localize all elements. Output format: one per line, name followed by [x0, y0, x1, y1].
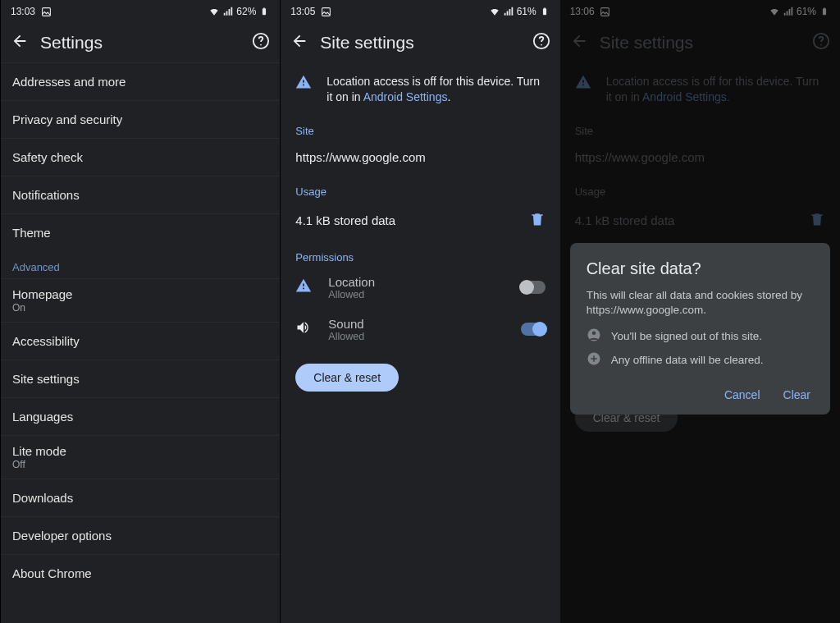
menu-label: Notifications: [12, 188, 268, 202]
menu-label: Privacy and security: [12, 112, 268, 126]
menu-notifications[interactable]: Notifications: [1, 176, 280, 213]
wifi-icon: [208, 6, 220, 17]
menu-label: Languages: [12, 410, 268, 424]
android-settings-link[interactable]: Android Settings: [363, 90, 448, 103]
usage-text: 4.1 kB stored data: [295, 213, 528, 227]
signal-icon: [222, 6, 234, 17]
page-title: Settings: [40, 33, 240, 53]
menu-safety[interactable]: Safety check: [1, 138, 280, 176]
wifi-icon: [489, 6, 500, 17]
perm-sub: Allowed: [328, 289, 504, 300]
svg-point-16: [591, 332, 596, 336]
dialog-bullet-text: You'll be signed out of this site.: [611, 330, 762, 342]
usage-row[interactable]: 4.1 kB stored data: [281, 201, 559, 240]
battery-icon: [258, 6, 270, 17]
menu-lite-mode[interactable]: Lite mode Off: [1, 435, 280, 479]
menu-sub: On: [12, 302, 268, 314]
picture-icon: [40, 6, 52, 17]
location-toggle[interactable]: [521, 281, 546, 294]
help-icon[interactable]: [252, 32, 270, 53]
section-advanced: Advanced: [1, 251, 280, 278]
clear-site-data-dialog: Clear site data? This will clear all dat…: [570, 243, 830, 415]
dialog-title: Clear site data?: [587, 259, 814, 278]
status-bar: 13:05 61%: [281, 0, 559, 23]
menu-label: Downloads: [12, 491, 268, 505]
svg-point-4: [260, 44, 262, 46]
dialog-bullet-1: You'll be signed out of this site.: [587, 328, 814, 345]
perm-location[interactable]: Location Allowed: [281, 267, 559, 309]
status-battery: 62%: [236, 6, 256, 17]
perm-sub: Allowed: [328, 331, 504, 342]
section-permissions: Permissions: [281, 240, 559, 267]
top-bar: Site settings: [281, 23, 559, 62]
dialog-body: This will clear all data and cookies sto…: [587, 288, 814, 318]
warning-icon: [295, 74, 312, 94]
clear-button[interactable]: Clear: [780, 383, 814, 406]
top-bar: Settings: [1, 23, 280, 62]
page-title: Site settings: [320, 33, 520, 53]
menu-privacy[interactable]: Privacy and security: [1, 100, 280, 138]
menu-downloads[interactable]: Downloads: [1, 479, 280, 516]
signal-icon: [503, 6, 514, 17]
dialog-bullet-text: Any offline data will be cleared.: [611, 354, 764, 366]
site-url: https://www.google.com: [281, 140, 559, 174]
perm-sound[interactable]: Sound Allowed: [281, 309, 559, 350]
menu-theme[interactable]: Theme: [1, 213, 280, 251]
menu-label: Developer options: [12, 529, 268, 543]
picture-icon: [320, 6, 331, 17]
back-icon[interactable]: [11, 32, 29, 53]
status-bar: 13:03 62%: [1, 0, 280, 23]
panel-site-settings-dialog: 13:06 61% Site settings Location access …: [560, 0, 840, 623]
status-time: 13:05: [290, 6, 315, 17]
menu-label: Site settings: [12, 372, 268, 386]
svg-rect-0: [42, 7, 50, 16]
menu-sub: Off: [12, 459, 268, 470]
status-battery: 61%: [517, 6, 536, 17]
clear-reset-button[interactable]: Clear & reset: [295, 364, 399, 392]
sound-icon: [295, 319, 312, 339]
dialog-bullet-2: Any offline data will be cleared.: [587, 351, 814, 369]
panel-settings: 13:03 62% Settings Addresses and more: [0, 0, 280, 623]
menu-site-settings[interactable]: Site settings: [1, 360, 280, 397]
section-usage: Usage: [281, 174, 559, 201]
svg-rect-7: [544, 7, 546, 8]
svg-rect-6: [543, 8, 546, 15]
back-icon[interactable]: [290, 32, 308, 53]
menu-homepage[interactable]: Homepage On: [1, 278, 280, 322]
status-time: 13:03: [11, 6, 35, 17]
menu-label: Safety check: [12, 150, 268, 164]
menu-label: About Chrome: [12, 566, 268, 580]
menu-label: Addresses and more: [12, 75, 268, 89]
menu-developer[interactable]: Developer options: [1, 516, 280, 554]
section-site: Site: [281, 113, 559, 140]
help-icon[interactable]: [532, 32, 550, 53]
sound-toggle[interactable]: [521, 323, 546, 336]
cancel-button[interactable]: Cancel: [721, 383, 764, 406]
svg-rect-1: [262, 8, 266, 15]
menu-label: Homepage: [12, 287, 268, 301]
battery-icon: [539, 6, 550, 17]
menu-addresses[interactable]: Addresses and more: [1, 62, 280, 100]
menu-about[interactable]: About Chrome: [1, 554, 280, 592]
warning-text-suffix: .: [447, 90, 450, 103]
trash-icon[interactable]: [529, 211, 546, 230]
user-slash-icon: [587, 328, 601, 345]
location-warning: Location access is off for this device. …: [281, 62, 559, 113]
warning-icon: [295, 277, 312, 297]
offline-icon: [587, 351, 601, 369]
perm-title: Sound: [328, 317, 504, 331]
menu-label: Accessibility: [12, 334, 268, 348]
menu-label: Theme: [12, 226, 268, 240]
perm-title: Location: [328, 275, 504, 289]
menu-label: Lite mode: [12, 444, 268, 458]
svg-rect-2: [263, 7, 265, 8]
svg-point-9: [541, 44, 542, 46]
menu-accessibility[interactable]: Accessibility: [1, 322, 280, 360]
svg-rect-5: [322, 7, 330, 16]
panel-site-settings: 13:05 61% Site settings Location access …: [280, 0, 559, 623]
menu-languages[interactable]: Languages: [1, 397, 280, 435]
